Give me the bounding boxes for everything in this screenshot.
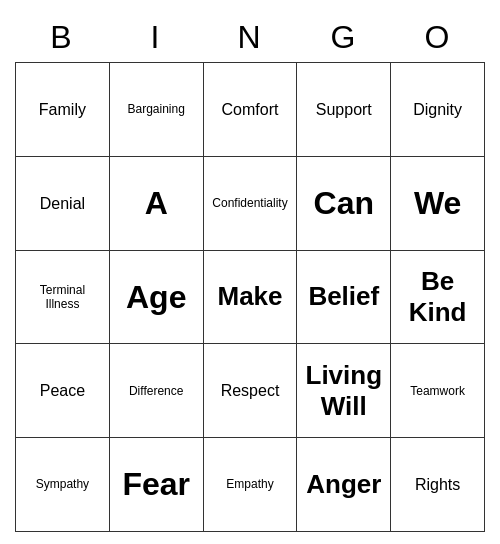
cell-text: Respect — [221, 381, 280, 400]
bingo-grid: FamilyBargainingComfortSupportDignityDen… — [15, 62, 485, 532]
header-letter: B — [15, 12, 109, 62]
cell-r4-c0: Sympathy — [16, 438, 110, 532]
cell-text: Teamwork — [410, 384, 465, 398]
cell-r4-c2: Empathy — [204, 438, 298, 532]
cell-text: Support — [316, 100, 372, 119]
cell-r0-c3: Support — [297, 63, 391, 157]
header-letter: G — [297, 12, 391, 62]
cell-r2-c0: TerminalIllness — [16, 251, 110, 345]
cell-text: We — [414, 184, 461, 222]
cell-text: Belief — [308, 281, 379, 312]
cell-text: Fear — [122, 465, 190, 503]
cell-r0-c0: Family — [16, 63, 110, 157]
cell-text: Confidentiality — [212, 196, 287, 210]
cell-text: Age — [126, 278, 186, 316]
cell-text: TerminalIllness — [40, 283, 85, 312]
cell-text: Rights — [415, 475, 460, 494]
cell-r0-c1: Bargaining — [110, 63, 204, 157]
cell-r3-c0: Peace — [16, 344, 110, 438]
cell-text: Comfort — [222, 100, 279, 119]
header-letter: I — [109, 12, 203, 62]
cell-r1-c3: Can — [297, 157, 391, 251]
cell-text: Difference — [129, 384, 183, 398]
cell-r3-c4: Teamwork — [391, 344, 485, 438]
cell-r3-c1: Difference — [110, 344, 204, 438]
cell-r2-c3: Belief — [297, 251, 391, 345]
cell-r1-c2: Confidentiality — [204, 157, 298, 251]
cell-r4-c3: Anger — [297, 438, 391, 532]
cell-r3-c2: Respect — [204, 344, 298, 438]
cell-text: Empathy — [226, 477, 273, 491]
cell-text: Dignity — [413, 100, 462, 119]
bingo-card: BINGO FamilyBargainingComfortSupportDign… — [15, 12, 485, 532]
cell-r1-c1: A — [110, 157, 204, 251]
cell-text: LivingWill — [306, 360, 383, 422]
cell-r4-c4: Rights — [391, 438, 485, 532]
cell-r1-c4: We — [391, 157, 485, 251]
cell-r1-c0: Denial — [16, 157, 110, 251]
cell-r3-c3: LivingWill — [297, 344, 391, 438]
cell-text: A — [145, 184, 168, 222]
cell-r0-c4: Dignity — [391, 63, 485, 157]
cell-text: Denial — [40, 194, 85, 213]
cell-r2-c2: Make — [204, 251, 298, 345]
cell-r4-c1: Fear — [110, 438, 204, 532]
cell-r0-c2: Comfort — [204, 63, 298, 157]
header-letter: O — [391, 12, 485, 62]
cell-text: Peace — [40, 381, 85, 400]
cell-text: Sympathy — [36, 477, 89, 491]
cell-text: Bargaining — [128, 102, 185, 116]
cell-text: Make — [217, 281, 282, 312]
cell-r2-c1: Age — [110, 251, 204, 345]
cell-text: Family — [39, 100, 86, 119]
bingo-header: BINGO — [15, 12, 485, 62]
cell-text: Anger — [306, 469, 381, 500]
cell-text: Can — [314, 184, 374, 222]
cell-text: BeKind — [409, 266, 467, 328]
cell-r2-c4: BeKind — [391, 251, 485, 345]
header-letter: N — [203, 12, 297, 62]
